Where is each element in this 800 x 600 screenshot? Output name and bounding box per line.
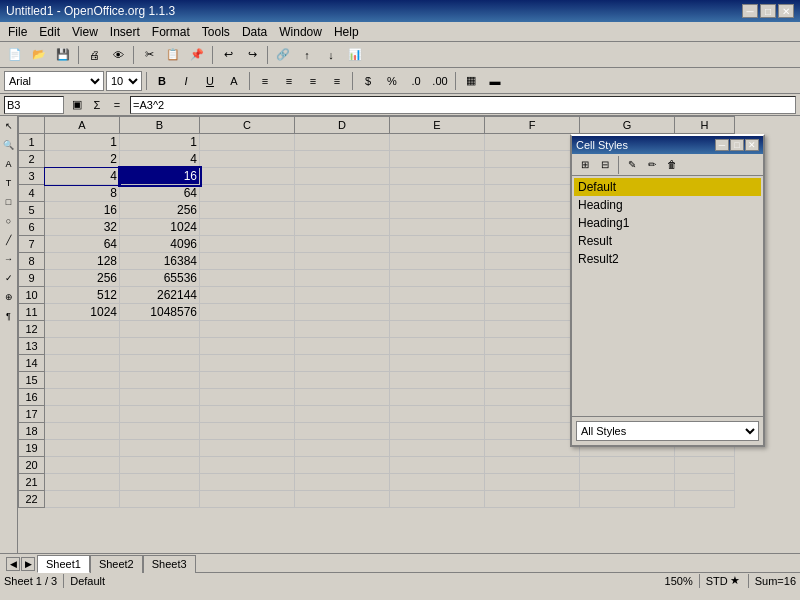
text-icon[interactable]: T xyxy=(1,175,17,191)
cell-f9[interactable] xyxy=(485,270,580,287)
cell-f12[interactable] xyxy=(485,321,580,338)
cell-b1[interactable]: 1 xyxy=(120,134,200,151)
cell-g20[interactable] xyxy=(580,457,675,474)
menu-tools[interactable]: Tools xyxy=(196,23,236,41)
cell-a4[interactable]: 8 xyxy=(45,185,120,202)
menu-format[interactable]: Format xyxy=(146,23,196,41)
maximize-button[interactable]: □ xyxy=(760,4,776,18)
cell-b12[interactable] xyxy=(120,321,200,338)
cell-b6[interactable]: 1024 xyxy=(120,219,200,236)
sigma-icon[interactable]: Σ xyxy=(88,96,106,114)
spellcheck-icon[interactable]: ✓ xyxy=(1,270,17,286)
cell-c22[interactable] xyxy=(200,491,295,508)
panel-edit-style[interactable]: ✏ xyxy=(643,157,661,173)
cell-b15[interactable] xyxy=(120,372,200,389)
underline-button[interactable]: U xyxy=(199,71,221,91)
cell-b9[interactable]: 65536 xyxy=(120,270,200,287)
cell-a22[interactable] xyxy=(45,491,120,508)
cell-a1[interactable]: 1 xyxy=(45,134,120,151)
cell-d2[interactable] xyxy=(295,151,390,168)
sort-asc-button[interactable]: ↑ xyxy=(296,45,318,65)
cell-d11[interactable] xyxy=(295,304,390,321)
menu-help[interactable]: Help xyxy=(328,23,365,41)
cell-e13[interactable] xyxy=(390,338,485,355)
cell-b3[interactable]: 16 xyxy=(120,168,200,185)
save-button[interactable]: 💾 xyxy=(52,45,74,65)
cell-b7[interactable]: 4096 xyxy=(120,236,200,253)
menu-file[interactable]: File xyxy=(2,23,33,41)
cell-a5[interactable]: 16 xyxy=(45,202,120,219)
cell-d18[interactable] xyxy=(295,423,390,440)
rect-icon[interactable]: □ xyxy=(1,194,17,210)
arrow-icon[interactable]: → xyxy=(1,251,17,267)
cell-e22[interactable] xyxy=(390,491,485,508)
cell-f11[interactable] xyxy=(485,304,580,321)
cell-f16[interactable] xyxy=(485,389,580,406)
cell-e16[interactable] xyxy=(390,389,485,406)
cell-e10[interactable] xyxy=(390,287,485,304)
cell-a2[interactable]: 2 xyxy=(45,151,120,168)
cell-h22[interactable] xyxy=(675,491,735,508)
style-item-default[interactable]: Default xyxy=(574,178,761,196)
cell-a9[interactable]: 256 xyxy=(45,270,120,287)
cell-f5[interactable] xyxy=(485,202,580,219)
cell-c15[interactable] xyxy=(200,372,295,389)
cell-e2[interactable] xyxy=(390,151,485,168)
cell-c18[interactable] xyxy=(200,423,295,440)
sheet-tab-3[interactable]: Sheet3 xyxy=(143,555,196,573)
col-header-c[interactable]: C xyxy=(200,117,295,134)
open-button[interactable]: 📂 xyxy=(28,45,50,65)
cell-e5[interactable] xyxy=(390,202,485,219)
cell-f14[interactable] xyxy=(485,355,580,372)
cell-g22[interactable] xyxy=(580,491,675,508)
cell-e9[interactable] xyxy=(390,270,485,287)
cell-c2[interactable] xyxy=(200,151,295,168)
font-size-select[interactable]: 10 xyxy=(106,71,142,91)
cell-e21[interactable] xyxy=(390,474,485,491)
cell-c7[interactable] xyxy=(200,236,295,253)
cell-c11[interactable] xyxy=(200,304,295,321)
cell-d19[interactable] xyxy=(295,440,390,457)
cell-c12[interactable] xyxy=(200,321,295,338)
menu-data[interactable]: Data xyxy=(236,23,273,41)
cell-e1[interactable] xyxy=(390,134,485,151)
menu-window[interactable]: Window xyxy=(273,23,328,41)
cell-d20[interactable] xyxy=(295,457,390,474)
cell-b5[interactable]: 256 xyxy=(120,202,200,219)
style-item-result[interactable]: Result xyxy=(574,232,761,250)
navigator-icon[interactable]: ⊕ xyxy=(1,289,17,305)
cell-e4[interactable] xyxy=(390,185,485,202)
cell-f20[interactable] xyxy=(485,457,580,474)
cell-d12[interactable] xyxy=(295,321,390,338)
cell-b8[interactable]: 16384 xyxy=(120,253,200,270)
cell-c13[interactable] xyxy=(200,338,295,355)
cell-d15[interactable] xyxy=(295,372,390,389)
new-button[interactable]: 📄 xyxy=(4,45,26,65)
cell-c3[interactable] xyxy=(200,168,295,185)
align-right-button[interactable]: ≡ xyxy=(302,71,324,91)
cell-f3[interactable] xyxy=(485,168,580,185)
cell-f13[interactable] xyxy=(485,338,580,355)
line-icon[interactable]: ╱ xyxy=(1,232,17,248)
cell-c17[interactable] xyxy=(200,406,295,423)
print-button[interactable]: 🖨 xyxy=(83,45,105,65)
justify-button[interactable]: ≡ xyxy=(326,71,348,91)
close-button[interactable]: ✕ xyxy=(778,4,794,18)
menu-view[interactable]: View xyxy=(66,23,104,41)
italic-button[interactable]: I xyxy=(175,71,197,91)
cell-d5[interactable] xyxy=(295,202,390,219)
sort-desc-button[interactable]: ↓ xyxy=(320,45,342,65)
formula-wizard-icon[interactable]: ▣ xyxy=(68,96,86,114)
bold-button[interactable]: B xyxy=(151,71,173,91)
cell-b11[interactable]: 1048576 xyxy=(120,304,200,321)
cell-b14[interactable] xyxy=(120,355,200,372)
cell-f18[interactable] xyxy=(485,423,580,440)
cut-button[interactable]: ✂ xyxy=(138,45,160,65)
cell-d7[interactable] xyxy=(295,236,390,253)
col-header-e[interactable]: E xyxy=(390,117,485,134)
currency-button[interactable]: $ xyxy=(357,71,379,91)
cell-f8[interactable] xyxy=(485,253,580,270)
hyperlink-button[interactable]: 🔗 xyxy=(272,45,294,65)
cell-a6[interactable]: 32 xyxy=(45,219,120,236)
cell-a12[interactable] xyxy=(45,321,120,338)
